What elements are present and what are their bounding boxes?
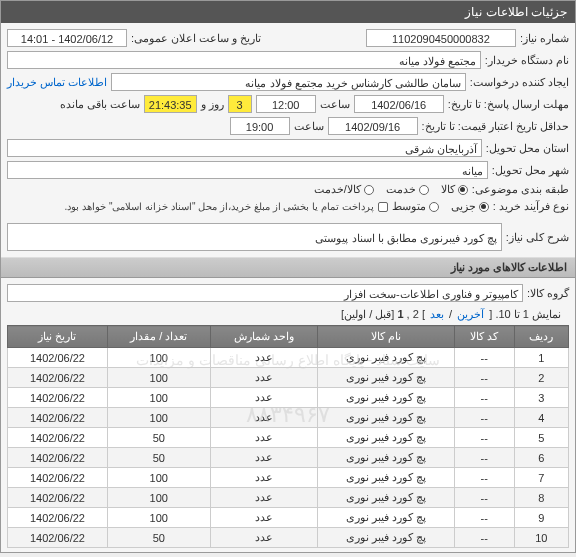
table-row[interactable]: 9--پچ کورد فیبر نوریعدد1001402/06/22 — [8, 508, 569, 528]
reply-deadline-label: مهلت ارسال پاسخ: تا تاریخ: — [448, 98, 569, 111]
table-cell: -- — [454, 428, 514, 448]
time-left-field: 21:43:35 — [144, 95, 197, 113]
need-no-field: 1102090450000832 — [366, 29, 516, 47]
radio-medium[interactable]: متوسط — [392, 200, 439, 213]
goods-area: سایت ستاد - پایگاه اطلاع رسانی مناقصات و… — [1, 278, 575, 552]
table-row[interactable]: 1--پچ کورد فیبر نوریعدد1001402/06/22 — [8, 348, 569, 368]
pager-prefix: نمایش 1 تا 10. [ — [489, 308, 561, 320]
table-row[interactable]: 5--پچ کورد فیبر نوریعدد501402/06/22 — [8, 428, 569, 448]
table-cell: پچ کورد فیبر نوری — [317, 388, 454, 408]
pager-suffix: [قبل / اولین] — [341, 308, 394, 320]
table-cell: -- — [454, 388, 514, 408]
need-no-label: شماره نیاز: — [520, 32, 569, 45]
table-cell: پچ کورد فیبر نوری — [317, 408, 454, 428]
payment-check[interactable] — [378, 202, 388, 212]
table-cell: پچ کورد فیبر نوری — [317, 508, 454, 528]
table-cell: 9 — [514, 508, 568, 528]
announce-label: تاریخ و ساعت اعلان عمومی: — [131, 32, 261, 45]
table-cell: 1402/06/22 — [8, 508, 108, 528]
table-cell: عدد — [210, 388, 317, 408]
table-row[interactable]: 6--پچ کورد فیبر نوریعدد501402/06/22 — [8, 448, 569, 468]
table-cell: 100 — [107, 348, 210, 368]
purchase-type-radio-group: جزیی متوسط — [392, 200, 489, 213]
goods-section-header: اطلاعات کالاهای مورد نیاز — [1, 257, 575, 278]
pager-current: 1 — [397, 308, 403, 320]
requester-field: سامان طالشی کارشناس خرید مجتمع فولاد میا… — [111, 73, 466, 91]
table-cell: پچ کورد فیبر نوری — [317, 368, 454, 388]
table-cell: 100 — [107, 388, 210, 408]
radio-both[interactable]: کالا/خدمت — [314, 183, 374, 196]
days-unit: روز و — [201, 98, 224, 111]
checkbox-icon — [378, 202, 388, 212]
table-cell: 1402/06/22 — [8, 408, 108, 428]
radio-both-label: کالا/خدمت — [314, 183, 361, 196]
table-row[interactable]: 3--پچ کورد فیبر نوریعدد1001402/06/22 — [8, 388, 569, 408]
table-cell: 1402/06/22 — [8, 528, 108, 548]
table-row[interactable]: 10--پچ کورد فیبر نوریعدد501402/06/22 — [8, 528, 569, 548]
table-row[interactable]: 2--پچ کورد فیبر نوریعدد1001402/06/22 — [8, 368, 569, 388]
table-cell: 10 — [514, 528, 568, 548]
radio-service[interactable]: خدمت — [386, 183, 429, 196]
time-label-1: ساعت — [320, 98, 350, 111]
table-cell: 1402/06/22 — [8, 448, 108, 468]
table-cell: -- — [454, 488, 514, 508]
pager-next-link[interactable]: بعد — [430, 308, 444, 320]
table-cell: پچ کورد فیبر نوری — [317, 428, 454, 448]
table-row[interactable]: 8--پچ کورد فیبر نوریعدد1001402/06/22 — [8, 488, 569, 508]
reply-time-field: 12:00 — [256, 95, 316, 113]
validity-date-field: 1402/09/16 — [328, 117, 418, 135]
buyer-field: مجتمع فولاد میانه — [7, 51, 481, 69]
table-row[interactable]: 7--پچ کورد فیبر نوریعدد1001402/06/22 — [8, 468, 569, 488]
table-cell: 100 — [107, 488, 210, 508]
radio-small-label: جزیی — [451, 200, 476, 213]
table-cell: 1402/06/22 — [8, 368, 108, 388]
radio-medium-label: متوسط — [392, 200, 426, 213]
radio-service-label: خدمت — [386, 183, 416, 196]
desc-field: پچ کورد فیبرنوری مطابق با اسناد پیوستی — [7, 223, 502, 251]
days-left-field: 3 — [228, 95, 252, 113]
table-cell: -- — [454, 368, 514, 388]
province-label: استان محل تحویل: — [486, 142, 569, 155]
window-title: جزئیات اطلاعات نیاز — [1, 1, 575, 23]
table-cell: 6 — [514, 448, 568, 468]
table-cell: عدد — [210, 468, 317, 488]
city-field: میانه — [7, 161, 488, 179]
category-label: طبقه بندی موضوعی: — [472, 183, 569, 196]
table-cell: 5 — [514, 428, 568, 448]
pager-mid: ] 2 , — [407, 308, 425, 320]
table-cell: 1 — [514, 348, 568, 368]
purchase-type-label: نوع فرآیند خرید : — [493, 200, 569, 213]
table-row[interactable]: 4--پچ کورد فیبر نوریعدد1001402/06/22 — [8, 408, 569, 428]
table-cell: 50 — [107, 448, 210, 468]
radio-dot-icon — [364, 185, 374, 195]
table-cell: -- — [454, 468, 514, 488]
time-label-2: ساعت — [294, 120, 324, 133]
table-cell: 1402/06/22 — [8, 468, 108, 488]
radio-goods[interactable]: کالا — [441, 183, 468, 196]
table-cell: 8 — [514, 488, 568, 508]
validity-label: حداقل تاریخ اعتبار قیمت: تا تاریخ: — [422, 120, 569, 133]
pager-last-link[interactable]: آخرین — [457, 308, 484, 320]
table-cell: عدد — [210, 448, 317, 468]
table-cell: 50 — [107, 428, 210, 448]
city-label: شهر محل تحویل: — [492, 164, 569, 177]
table-cell: 1402/06/22 — [8, 348, 108, 368]
table-cell: عدد — [210, 428, 317, 448]
payment-note: پرداخت تمام یا بخشی از مبلغ خرید،از محل … — [65, 201, 374, 212]
radio-small[interactable]: جزیی — [451, 200, 489, 213]
contact-link[interactable]: اطلاعات تماس خریدار — [7, 76, 107, 89]
table-cell: 100 — [107, 368, 210, 388]
radio-dot-icon — [458, 185, 468, 195]
buyer-label: نام دستگاه خریدار: — [485, 54, 569, 67]
radio-dot-icon — [479, 202, 489, 212]
time-left-suffix: ساعت باقی مانده — [60, 98, 140, 111]
table-cell: 1402/06/22 — [8, 388, 108, 408]
table-cell: 100 — [107, 468, 210, 488]
group-field: کامپیوتر و فناوری اطلاعات-سخت افزار — [7, 284, 523, 302]
table-header-row: ردیف کد کالا نام کالا واحد شمارش تعداد /… — [8, 326, 569, 348]
th-date: تاریخ نیاز — [8, 326, 108, 348]
validity-time-field: 19:00 — [230, 117, 290, 135]
table-cell: عدد — [210, 508, 317, 528]
table-cell: 4 — [514, 408, 568, 428]
table-cell: پچ کورد فیبر نوری — [317, 468, 454, 488]
